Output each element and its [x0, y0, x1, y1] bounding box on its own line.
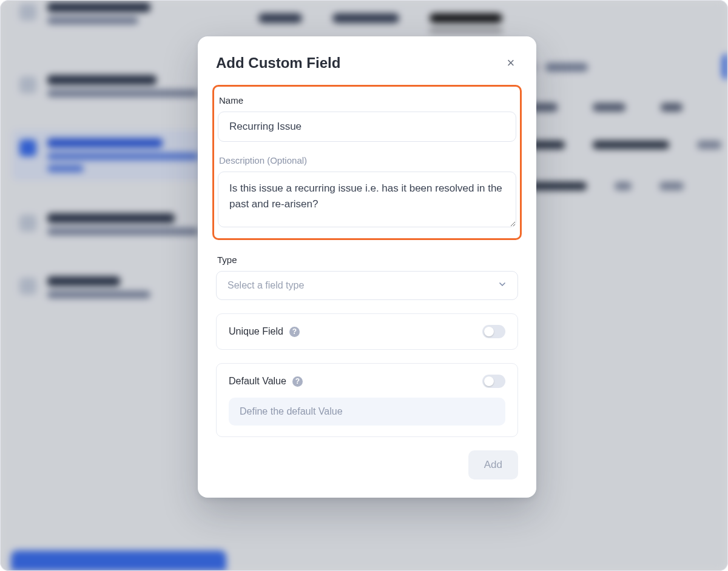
default-value-toggle[interactable] [482, 375, 505, 388]
add-button[interactable]: Add [468, 450, 518, 479]
add-custom-field-modal: Add Custom Field × Name Description (Opt… [198, 36, 536, 498]
unique-field-toggle[interactable] [482, 325, 505, 338]
default-value-label: Default Value [229, 376, 286, 387]
name-label: Name [218, 95, 516, 105]
unique-field-label: Unique Field [229, 326, 283, 337]
close-button[interactable]: × [504, 56, 518, 70]
type-select[interactable]: Select a field type [216, 271, 518, 300]
default-value-card: Default Value ? [216, 363, 518, 437]
close-icon: × [507, 56, 515, 70]
help-icon[interactable]: ? [292, 376, 303, 387]
name-input[interactable] [218, 112, 516, 142]
highlighted-section: Name Description (Optional) Is this issu… [212, 85, 522, 240]
description-input[interactable]: Is this issue a recurring issue i.e. has… [218, 172, 516, 227]
description-label: Description (Optional) [218, 155, 516, 165]
default-value-input[interactable] [229, 398, 505, 426]
help-icon[interactable]: ? [289, 327, 300, 337]
unique-field-card: Unique Field ? [216, 313, 518, 350]
type-label: Type [216, 255, 518, 265]
modal-title: Add Custom Field [216, 55, 340, 72]
